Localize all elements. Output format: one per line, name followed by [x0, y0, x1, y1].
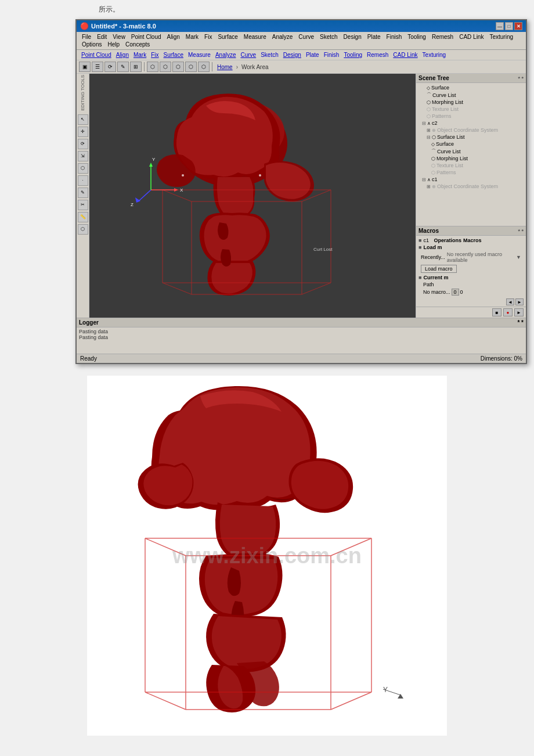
- tb2-icon-9[interactable]: ⬡: [185, 62, 197, 72]
- left-icon-point[interactable]: ·: [78, 175, 88, 186]
- surface-icon2: ◇: [431, 142, 435, 147]
- macros-pin[interactable]: * *: [518, 228, 524, 234]
- tree-label-curvelist2: Curve List: [437, 149, 461, 154]
- menu-cadlink[interactable]: CAD Link: [456, 33, 486, 41]
- tb2-icon-5[interactable]: ⊞: [130, 62, 142, 72]
- tree-item-morphing1[interactable]: ⬡ Morphing List: [417, 99, 525, 106]
- left-icon-select[interactable]: ↖: [78, 114, 88, 125]
- tb-measure[interactable]: Measure: [186, 51, 213, 59]
- breadcrumb-home[interactable]: Home: [215, 64, 235, 70]
- tree-item-curvelist2[interactable]: ⌒ Curve List: [417, 147, 525, 155]
- record-button[interactable]: ●: [503, 308, 513, 316]
- main-content: EDITING TOOLS ↖ ✛ ⟳ ⇲ ⬡ · ✎ ✂ 📏 ⬡: [77, 74, 526, 318]
- macros-prev-button[interactable]: ◄: [506, 298, 514, 305]
- menu-finish[interactable]: Finish: [384, 33, 405, 41]
- tb-tooling[interactable]: Tooling: [341, 51, 365, 59]
- tb-design[interactable]: Design: [281, 51, 304, 59]
- left-icon-mesh[interactable]: ⬡: [78, 163, 88, 174]
- left-icon-rotate[interactable]: ⟳: [78, 139, 88, 149]
- menu-plate[interactable]: Plate: [365, 33, 384, 41]
- menu-tooling[interactable]: Tooling: [405, 33, 429, 41]
- tb-cadlink[interactable]: CAD Link: [391, 51, 420, 59]
- menu-options[interactable]: Options: [79, 41, 104, 48]
- macros-next-button[interactable]: ►: [515, 298, 524, 305]
- tree-item-patterns1[interactable]: ⬡ Patterns: [417, 113, 525, 120]
- left-icon-scale[interactable]: ⇲: [78, 151, 88, 161]
- menu-analyze[interactable]: Analyze: [269, 33, 296, 41]
- play-button[interactable]: ►: [514, 308, 524, 316]
- status-ready: Ready: [80, 355, 97, 362]
- tb2-icon-1[interactable]: ▣: [79, 62, 91, 72]
- tree-item-objcoord1[interactable]: ⊞ ⊕ Object Coordinate System: [417, 127, 525, 134]
- tb2-icon-7[interactable]: ⬡: [160, 62, 171, 72]
- viewport[interactable]: X Y Z Curt Lost: [89, 74, 416, 318]
- menu-edit[interactable]: Edit: [94, 33, 110, 41]
- menu-pointcloud[interactable]: Point Cloud: [128, 33, 164, 41]
- logger-pin[interactable]: * *: [517, 319, 524, 326]
- texture-icon1: ⬡: [427, 107, 431, 112]
- tree-item-c1[interactable]: ⊟ ∧ c1: [417, 176, 525, 183]
- menu-curve[interactable]: Curve: [295, 33, 317, 41]
- tb-pointcloud[interactable]: Point Cloud: [79, 51, 114, 59]
- tree-item-surface1[interactable]: ◇ Surface: [417, 84, 525, 91]
- menu-help[interactable]: Help: [104, 41, 122, 48]
- scene-tree-pin[interactable]: * *: [518, 75, 524, 81]
- menu-file[interactable]: File: [79, 33, 94, 41]
- left-icon-extra[interactable]: ⬡: [78, 224, 88, 235]
- minimize-button[interactable]: —: [496, 22, 504, 30]
- menu-fix[interactable]: Fix: [201, 33, 215, 41]
- tree-item-patterns2[interactable]: ⬡ Patterns: [417, 169, 525, 176]
- scene-tree-content[interactable]: ◇ Surface ⌒ Curve List ⬡ Morphing List ⬡…: [416, 83, 526, 226]
- menu-remesh[interactable]: Remesh: [429, 33, 456, 41]
- tree-item-c2[interactable]: ⊟ ∧ c2: [417, 120, 525, 127]
- tb-plate[interactable]: Plate: [304, 51, 322, 59]
- left-icon-move[interactable]: ✛: [78, 127, 88, 137]
- tb-sketch[interactable]: Sketch: [258, 51, 281, 59]
- menu-measure[interactable]: Measure: [241, 33, 269, 41]
- tb2-icon-4[interactable]: ✎: [117, 62, 129, 72]
- tb-mark[interactable]: Mark: [131, 51, 149, 59]
- tree-item-objcoord2[interactable]: ⊞ ⊕ Object Coordinate System: [417, 183, 525, 190]
- tree-item-surface2[interactable]: ◇ Surface: [417, 141, 525, 147]
- tb2-icon-6[interactable]: ⬡: [147, 62, 158, 72]
- macros-nomacro-row: No macro... 0 0: [418, 288, 524, 296]
- tree-item-texture1[interactable]: ⬡ Texture List: [417, 106, 525, 113]
- tb-curve[interactable]: Curve: [238, 51, 258, 59]
- menu-concepts[interactable]: Concepts: [122, 41, 153, 48]
- load-macro-button[interactable]: Load macro: [421, 265, 457, 273]
- tb2-icon-2[interactable]: ☰: [92, 62, 103, 72]
- tb-remesh[interactable]: Remesh: [365, 51, 391, 59]
- macros-header: Macros * *: [416, 226, 526, 236]
- recently-label: Recently...: [421, 254, 445, 260]
- svg-point-25: [182, 174, 184, 177]
- svg-text:Y: Y: [152, 157, 156, 162]
- menu-texturing[interactable]: Texturing: [486, 33, 516, 41]
- menu-surface[interactable]: Surface: [215, 33, 240, 41]
- maximize-button[interactable]: □: [505, 22, 513, 30]
- menu-sketch[interactable]: Sketch: [317, 33, 341, 41]
- tb-align[interactable]: Align: [114, 51, 131, 59]
- dropdown-arrow[interactable]: ▼: [516, 254, 521, 260]
- menu-align[interactable]: Align: [164, 33, 183, 41]
- stop-button[interactable]: ■: [492, 308, 501, 316]
- menu-mark[interactable]: Mark: [183, 33, 201, 41]
- left-icon-sketch[interactable]: ✎: [78, 188, 88, 198]
- close-button[interactable]: ✕: [514, 22, 522, 30]
- left-icon-measure[interactable]: 📏: [78, 212, 88, 222]
- tree-item-texture2[interactable]: ⬡ Texture List: [417, 162, 525, 169]
- tb-surface[interactable]: Surface: [161, 51, 186, 59]
- tb2-icon-3[interactable]: ⟳: [104, 62, 116, 72]
- tb-finish[interactable]: Finish: [322, 51, 342, 59]
- no-recently-label: No recently used macro available: [447, 251, 514, 263]
- tree-item-surflist1[interactable]: ⊟ ⬡ Surface List: [417, 134, 525, 141]
- tree-item-morphing2[interactable]: ⬡ Morphing List: [417, 155, 525, 162]
- tree-item-curvelist1[interactable]: ⌒ Curve List: [417, 91, 525, 99]
- tb-analyze[interactable]: Analyze: [213, 51, 239, 59]
- tb-fix[interactable]: Fix: [149, 51, 161, 59]
- tb-texturing[interactable]: Texturing: [420, 51, 449, 59]
- tb2-icon-8[interactable]: ⬡: [172, 62, 184, 72]
- left-icon-cut[interactable]: ✂: [78, 200, 88, 210]
- tb2-icon-10[interactable]: ⬡: [198, 62, 210, 72]
- menu-view[interactable]: View: [110, 33, 128, 41]
- menu-design[interactable]: Design: [341, 33, 365, 41]
